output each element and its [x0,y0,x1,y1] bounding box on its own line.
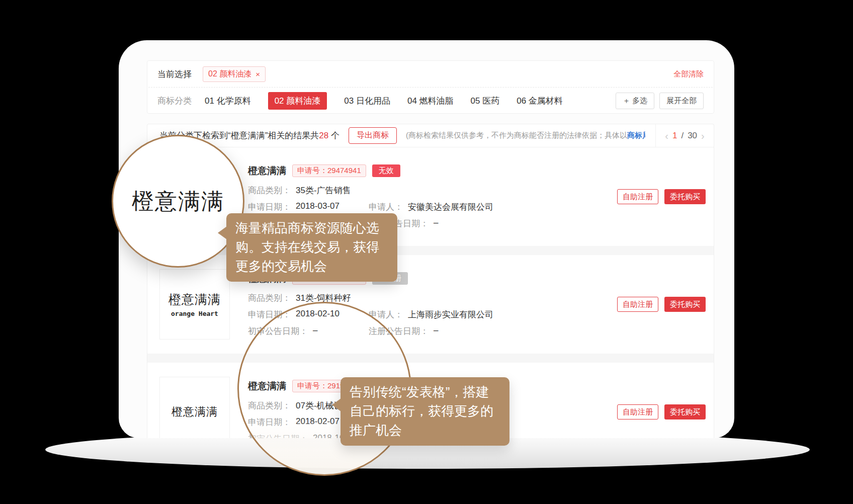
trademark-image-subtext: orange Heart [171,310,218,317]
field-label: 申请日期： [248,201,291,213]
current-page: 1 [672,131,677,141]
category-item-02-active[interactable]: 02 颜料油漆 [268,92,327,110]
entrust-buy-button[interactable]: 委托购买 [664,297,706,312]
self-register-button[interactable]: 自助注册 [617,189,658,204]
trademark-image: 橙意满满 orange Heart [159,269,230,340]
field-label: 初审公告日期： [248,325,308,337]
trademark-name: 橙意满满 [248,164,286,178]
results-header: 当前分类下检索到“橙意满满”相关的结果共28 个 导出商标 (商标检索结果仅供参… [147,124,714,147]
field-label: 初审公告日期： [248,433,308,439]
prev-page-icon[interactable]: ‹ [665,131,668,141]
expand-all-button[interactable]: 展开全部 [659,93,704,109]
category-item-05[interactable]: 05 医药 [471,95,500,107]
field-label: 商品类别： [248,185,291,196]
trademark-office-link[interactable]: 商标局官网 [627,131,645,139]
category-item-01[interactable]: 01 化学原料 [205,95,251,107]
category-nav: 01 化学原料 02 颜料油漆 03 日化用品 04 燃料油脂 05 医药 06… [205,92,563,110]
category-item-04[interactable]: 04 燃料油脂 [407,95,454,107]
field-label: 商品类别： [248,292,291,304]
magnified-trademark-text: 橙意满满 [132,187,224,216]
export-trademarks-button[interactable]: 导出商标 [349,127,397,144]
field-label: 申请人： [369,309,403,320]
field-value: – [313,325,317,337]
field-value: – [434,325,438,337]
category-item-03[interactable]: 03 日化用品 [344,95,390,107]
field-value: 31类-饲料种籽 [296,292,351,304]
tooltip-arrow-icon [332,398,341,411]
field-value: 上海雨步实业有限公司 [408,309,493,320]
category-row: 商标分类 01 化学原料 02 颜料油漆 03 日化用品 04 燃料油脂 05 … [147,88,714,114]
results-disclaimer: (商标检索结果仅供参考，不作为商标能否注册的法律依据；具体以商标局官网查询为准。… [406,131,645,140]
field-value: – [434,218,438,229]
application-number-tag: 申请号：29474941 [292,164,366,177]
trademark-image-text: 橙意满满 [168,291,221,308]
current-selection-label: 当前选择 [157,68,192,80]
entrust-buy-button[interactable]: 委托购买 [664,189,706,204]
field-label: 申请日期： [248,309,291,320]
page-separator: / [681,131,684,141]
field-value: 2018-02-10 [296,309,339,320]
field-value: 2018-02-07 [296,416,339,428]
field-value: 2018-03-07 [296,201,339,213]
self-register-button[interactable]: 自助注册 [617,404,658,419]
selected-filter-tag[interactable]: 02 颜料油漆 × [203,66,266,82]
tooltip-trade-resources: 海量精品商标资源随心选购。支持在线交易，获得更多的交易机会 [226,213,397,282]
tooltip-arrow-icon [218,226,227,239]
multi-select-button[interactable]: ＋ 多选 [616,93,654,109]
field-label: 注册公告日期： [369,325,429,337]
total-pages: 30 [688,131,697,141]
close-icon[interactable]: × [255,70,260,78]
selected-filter-tag-label: 02 颜料油漆 [208,69,251,79]
category-item-06[interactable]: 06 金属材料 [517,95,563,107]
trademark-image: 橙意满满 [159,377,230,438]
entrust-buy-button[interactable]: 委托购买 [664,404,706,419]
trademark-name: 橙意满满 [248,380,286,393]
field-label: 申请人： [369,201,403,213]
field-label: 商品类别： [248,400,291,411]
magnifier-circle: 橙意满满 [112,135,244,268]
pagination: ‹ 1 / 30 › [655,124,714,147]
tooltip-promotion: 告别传统“发表格”，搭建自己的标行，获得更多的推广机会 [340,377,509,446]
field-value: 安徽美达会展有限公司 [408,201,493,213]
self-register-button[interactable]: 自助注册 [617,297,658,312]
results-count: 28 [319,131,328,140]
trademark-image-text: 橙意满满 [172,404,218,419]
page-background: 当前选择 02 颜料油漆 × 全部清除 商标分类 01 化学原料 02 颜料油漆… [0,0,853,504]
status-badge: 无效 [372,164,400,177]
clear-all-button[interactable]: 全部清除 [673,69,704,79]
field-label: 申请日期： [248,416,291,428]
field-value: 35类-广告销售 [296,185,351,196]
category-label: 商标分类 [157,95,192,107]
next-page-icon[interactable]: › [701,131,705,141]
filter-panel: 当前选择 02 颜料油漆 × 全部清除 商标分类 01 化学原料 02 颜料油漆… [147,60,714,114]
current-selection-row: 当前选择 02 颜料油漆 × 全部清除 [147,61,714,87]
